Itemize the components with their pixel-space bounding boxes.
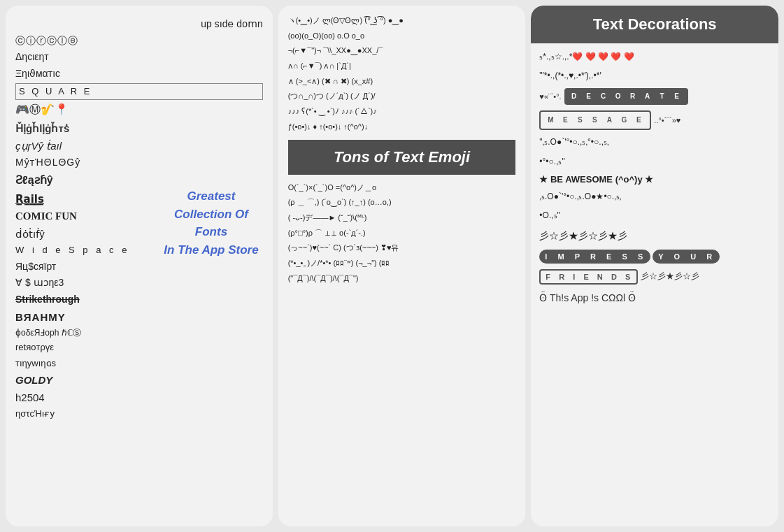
banner-text: Tons of Text Emoji <box>334 148 470 166</box>
friends-badge: F R I E N D S <box>539 269 638 285</box>
font-symbols: ∀ $ ɯɔηε3 <box>15 275 263 291</box>
deco-dots-row1: "‚₅.O●`'°•○.,₅‚°•○.,₅‚ <box>539 136 770 149</box>
badge-E: E <box>583 90 596 103</box>
overlay-text: Greatest Collection Of Fonts In The App … <box>164 187 258 259</box>
kaomoji-row-8: ƒ(•o•)↓ ♦ ↑(•o•)↓ ↑(^o^)↓ <box>288 120 516 134</box>
kaomoji-row-5: ∧ (>_<∧) (✖ ∩ ✖) (x_x#) <box>288 75 516 88</box>
font-ancient: Δηcιεηт <box>15 50 263 65</box>
kaomoji-row-4: ʌ∩ (⌐▼¯) ʌ∩ |`Д´| <box>288 59 516 73</box>
impress-badge: I M P R E S S <box>539 250 650 264</box>
badge-E2: E <box>671 90 684 103</box>
badge-E4: E <box>633 114 646 127</box>
kaomoji-row-9: O(`_´)×(`_´)O =(^o^)ノ＿o <box>288 181 516 194</box>
right-panel: Text Decorations ₅*.,₅☆.,.*❤️ ❤️ ❤️ ❤️ ❤… <box>531 6 778 526</box>
badge-S: S <box>574 114 587 127</box>
right-header-text: Text Decorations <box>593 15 717 33</box>
deco-quotes-row: "′*•.,(*•.,♥,.•*′),.•*′ <box>539 69 770 82</box>
font-greek: Ξηιϑмαтıc <box>15 66 263 82</box>
font-retro: retяoтργε <box>15 340 263 354</box>
kaomoji-row-6: (つ∩_∩)つ (ノ´д`) (ノ Д´)/ <box>288 89 516 103</box>
kaomoji-row-15: ("¯Д¯)/\(¯Д¯)/\(¯Д¯") <box>288 272 516 285</box>
kaomoji-row-3: ¬(⌐▼¯")¬ ¯\\_XX●‿●XX_/¯ <box>288 44 516 57</box>
font-mythology: МŷтΉΘLΘGŷ <box>15 155 263 171</box>
kaomoji-row-2: (oo)(o_O)(oo) o.O o_o <box>288 29 516 43</box>
badge-M: M <box>545 114 557 127</box>
font-emoji-row: 🎮Ⓜ🎷📍 <box>15 101 263 119</box>
font-russian: Яц$cяïрт <box>15 259 263 275</box>
decorate-badge: D E C O R A T E <box>564 88 688 105</box>
friends-badge-row: F R I E N D S 彡☆彡★彡☆彡 <box>539 269 770 285</box>
kaomoji-row-10: (ρ ＿ ⌒,) (´o‿o`) (↑_↑) (o…o,) <box>288 196 516 209</box>
font-goldy: GOLDY <box>15 372 263 388</box>
font-highlights: Ȟịġȟlịġȟтṡ <box>15 120 263 136</box>
badge-R: R <box>627 90 640 103</box>
banner-overlay: Tons of Text Emoji <box>288 140 516 175</box>
overlay-line2: Collection Of <box>174 208 248 221</box>
deco-dots-row4: •O.,₅" <box>539 209 770 222</box>
message-badge: M E S S A G E <box>539 110 651 130</box>
badge-A2: A <box>604 114 616 127</box>
message-badge-row: M E S S A G E ..°•´¨`»♥ <box>539 110 770 130</box>
font-musical: ϕοδεЯℲοрh ℏℂⓈ <box>15 326 263 340</box>
font-slashy: Ƨℓąƨɦŷ <box>15 172 263 189</box>
badge-D: D <box>569 90 581 103</box>
deco-dots-row3: ‚₅.O●`'°•○.‚₅.O●★•○.‚₅‚ <box>539 190 770 203</box>
badge-G2: G <box>618 114 631 127</box>
deco-wavy-row: 彡☆彡★彡☆彡★彡 <box>539 228 770 243</box>
star-awesome-row: ★ BE AWESOME (^o^)y ★ <box>539 174 770 185</box>
deco-hearts-row: ₅*.,₅☆.,.*❤️ ❤️ ❤️ ❤️ ❤️ <box>539 50 770 64</box>
badge-O: O <box>613 90 625 103</box>
badge-E3: E <box>560 114 572 127</box>
kaomoji-row-11: ( -ᴗ-)デ——► (˘_˘)\(ᴹᴸ) <box>288 211 516 224</box>
kaomoji-row-1: ヽ(•‿•)ノ ლ(ʘ▽ʘლ) (͡° ͜ʖ ͡°) ●‿● <box>288 14 516 27</box>
badge-A: A <box>642 90 655 103</box>
decorate-badge-row: ♥«¨`•°. D E C O R A T E <box>539 88 770 105</box>
kaomoji-row-13: (っ~~`)♥(~~` C) (つ`з(~~~) ❣♥유 <box>288 241 516 254</box>
right-content: ₅*.,₅☆.,.*❤️ ❤️ ❤️ ❤️ ❤️ "′*•.,(*•.,♥,.•… <box>531 43 778 312</box>
badge-T: T <box>657 90 669 103</box>
right-header: Text Decorations <box>531 6 778 43</box>
font-brahmy: BЯAHМY <box>15 309 263 325</box>
cool-row: ʘ̈ Th!s App !s CΩΩl ʘ̈ <box>539 290 770 305</box>
font-notch: ηστcΉıғу <box>15 407 263 421</box>
font-h2504: h2504 <box>15 389 263 405</box>
overlay-line1: Greatest <box>187 189 235 203</box>
middle-content: ヽ(•‿•)ノ ლ(ʘ▽ʘლ) (͡° ͜ʖ ͡°) ●‿● (oo)(o_O)… <box>278 6 526 293</box>
overlay-line4: In The App Store <box>164 243 258 257</box>
badge-S2: S <box>589 114 601 127</box>
font-upside-down: uɯop ǝpıs dn <box>15 17 263 32</box>
your-badge: Y O U R <box>653 250 720 264</box>
overlay-line3: Fonts <box>195 225 227 238</box>
kaomoji-row-14: (*•_•‿)ノ/*•*• (ﾛﾛ¨ʷ) (¬_¬") (ﾛﾛ <box>288 257 516 270</box>
kaomoji-row-12: (ρ°□°)ρ ⌒ ⊥⊥ o(-`д´-.) <box>288 227 516 240</box>
font-square: S Q U A R E <box>15 83 263 100</box>
left-panel: uɯop ǝpıs dn ⓒⓘⓡⓒⓛⓔ Δηcιεηт Ξηιϑмαтıc S … <box>6 6 273 526</box>
font-curvy: çụŗVŷ ṫaıl <box>15 138 263 154</box>
deco-dots-row2: •°•○.,₅" <box>539 155 770 168</box>
middle-panel: ヽ(•‿•)ノ ლ(ʘ▽ʘლ) (͡° ͜ʖ ͡°) ●‿● (oo)(o_O)… <box>278 6 526 526</box>
impress-badge-row: I M P R E S S Y O U R <box>539 250 770 264</box>
badge-C: C <box>598 90 611 103</box>
kaomoji-row-7: ♪♪♪ ʕ(*´• ‿ •`)ﾉ ♪♪♪ (´△`)♪ <box>288 105 516 118</box>
font-circled: ⓒⓘⓡⓒⓛⓔ <box>15 34 263 49</box>
font-strike: Strikethrough <box>15 292 263 308</box>
font-tiny: тıηуwıηɢs <box>15 357 263 371</box>
